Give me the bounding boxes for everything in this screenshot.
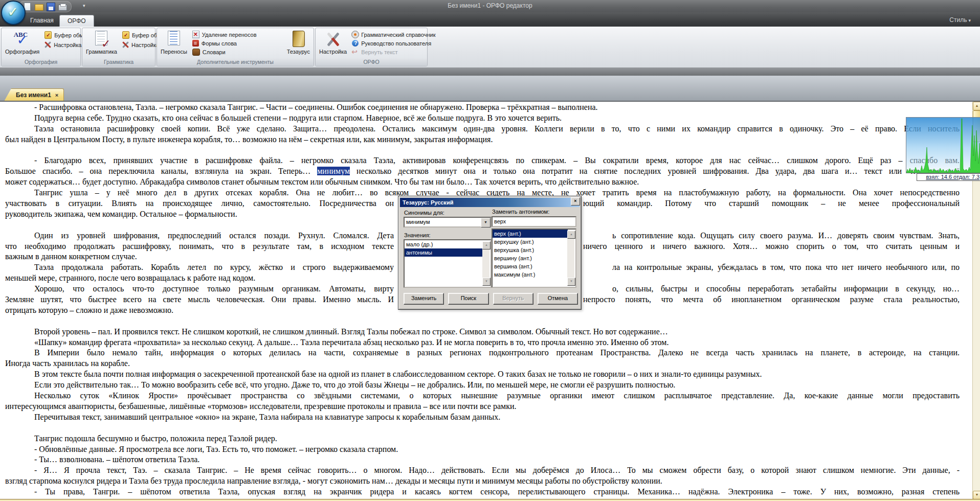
close-tab-icon[interactable]: ×	[55, 89, 58, 101]
undo-arrow-icon: ↩	[351, 48, 359, 56]
document-line: Тангрис подошла бесшумно и быстро, полож…	[0, 434, 973, 444]
open-file-icon[interactable]	[35, 4, 43, 11]
style-dropdown[interactable]: Стиль▾	[949, 16, 971, 24]
user-guide-button[interactable]: Руководство пользователя	[350, 39, 437, 47]
abc-check-icon	[13, 30, 32, 49]
отмена-button[interactable]: Отмена	[538, 293, 578, 305]
group-dop-instrumenty: Переносы Удаление переносов Формы слова …	[157, 28, 314, 66]
поиск-button[interactable]: Поиск	[448, 293, 488, 305]
document-line: может содержаться… будет доступно. Абрак…	[0, 177, 973, 188]
group-caption: ОРФО	[316, 58, 427, 66]
meaning-item[interactable]: антонимы	[405, 248, 483, 257]
text-segment: ь сопротивление кода. Ощущать силу своег…	[583, 231, 960, 241]
remove-hyphens-button[interactable]: Удаление переносов	[190, 31, 284, 38]
group-caption: Грамматика	[82, 58, 155, 66]
network-stats-label: взял: 14.6 отдал: 7.3	[917, 173, 980, 181]
clipboard-check-icon	[122, 31, 129, 39]
document-line: взгляд старпома коснулся ридера и Таэла …	[0, 476, 973, 487]
заменить-button[interactable]: Заменить	[404, 293, 444, 305]
document-line: - Ты права, Тангри. – шёпотом ответила Т…	[0, 487, 973, 497]
close-icon[interactable]: ×	[571, 197, 580, 206]
document-line: Таэла остановила расшифровку своей копии…	[0, 124, 973, 134]
horizontal-scrollbar[interactable]	[0, 499, 980, 501]
orfo-editor-window: Без имени1 - ОРФО редактор ▾ Главная ОРФ…	[0, 0, 980, 501]
document-line: Иногда часть хранилась на корабле.	[0, 358, 973, 369]
text-segment: ничего ценного и ничего важного. Хотя… м…	[583, 241, 960, 252]
thesaurus-button[interactable]: Тезаурус	[285, 29, 312, 57]
document-line: Второй уровень – пал. И проявился текст.…	[0, 327, 973, 337]
antonym-item[interactable]: верх (ант.)	[493, 230, 568, 238]
antonym-item[interactable]: вершину (ант.)	[493, 254, 568, 262]
antonym-item[interactable]: вершина (ант.)	[493, 262, 568, 270]
thesaurus-dialog[interactable]: Тезаурус: Русский × Синонимы для: миниму…	[398, 196, 582, 310]
spelling-button[interactable]: Орфография	[3, 29, 41, 57]
grammar-button[interactable]: Грамматика	[84, 29, 119, 57]
document-line: был найден в Центральном Посту, в пульте…	[0, 134, 973, 145]
dictionaries-button[interactable]: Словари	[190, 48, 284, 56]
meanings-listbox[interactable]: мало (др.)антонимы ▲ ▼	[404, 239, 492, 288]
document-tab[interactable]: Без имени1 ×	[4, 88, 64, 101]
meaning-item[interactable]: мало (др.)	[405, 240, 483, 248]
document-line: - Обновлённые данные. Я просмотрела все …	[0, 444, 973, 455]
orfo-settings-button[interactable]: Настройка	[317, 29, 349, 57]
save-icon[interactable]	[47, 3, 55, 11]
dialog-buttons: ЗаменитьПоискВернутьОтмена	[404, 293, 578, 305]
text-segment: Один из уровней шифрования, предпоследни…	[5, 231, 394, 241]
hyphenation-button[interactable]: Переносы	[159, 29, 189, 57]
group-caption: Дополнительные инструменты	[157, 58, 314, 66]
synonyms-combobox[interactable]: минимум ▼	[404, 217, 492, 227]
network-monitor-widget[interactable]	[906, 117, 980, 173]
document-line: - Ты… взволнована. – шёпотом ответила Та…	[0, 454, 973, 465]
scroll-up-icon[interactable]: ▲	[482, 241, 491, 249]
scroll-down-icon[interactable]: ▼	[482, 278, 491, 286]
blank-line	[0, 316, 973, 327]
document-line: Большое спасибо. – она переключила канал…	[0, 166, 973, 177]
replace-input[interactable]: верх	[492, 216, 576, 227]
qat-customize-arrow-icon[interactable]: ▾	[83, 3, 85, 8]
tab-glavnaya[interactable]: Главная	[23, 15, 61, 27]
scroll-up-icon[interactable]: ▲	[973, 102, 980, 110]
scroll-down-icon[interactable]: ▼	[973, 491, 980, 499]
tab-orfo[interactable]: ОРФО	[59, 15, 94, 27]
вернуть-button[interactable]: Вернуть	[493, 293, 533, 305]
clipboard-check-icon	[44, 31, 52, 39]
word-forms-icon	[192, 40, 199, 47]
list-scrollbar[interactable]: ▲ ▼	[567, 231, 574, 286]
replace-label: Заменить антонимом:	[492, 209, 549, 215]
grammar-reference-button[interactable]: Грамматический справочник	[350, 31, 437, 38]
selected-word: минимум	[317, 167, 350, 175]
text-segment: непросто понять, что мечта об инопланетн…	[583, 294, 960, 305]
document-tab-strip: Без имени1 ×	[0, 76, 980, 102]
text-segment: Хорошо, что осталось что-то доступное то…	[5, 284, 394, 294]
synonyms-label: Синонимы для:	[404, 210, 444, 216]
text-segment: ла на контрольные экраны, убеждалась в т…	[583, 262, 960, 273]
list-scrollbar[interactable]: ▲ ▼	[482, 241, 489, 286]
crossed-tools-icon	[324, 30, 342, 49]
print-icon[interactable]	[58, 5, 67, 11]
antonym-item[interactable]: максимум (ант.)	[493, 270, 568, 279]
word-forms-button[interactable]: Формы слова	[190, 39, 284, 47]
antonym-item[interactable]: верхушку (ант.)	[493, 238, 568, 246]
title-bar: Без имени1 - ОРФО редактор ▾	[0, 0, 980, 12]
restore-text-button[interactable]: ↩ Вернуть текст	[350, 48, 437, 56]
scroll-down-icon[interactable]: ▼	[567, 278, 575, 286]
dialog-title-bar[interactable]: Тезаурус: Русский	[400, 198, 580, 207]
text-segment: ющий командир. Потому что старший помощн…	[583, 198, 960, 209]
tools-icon	[44, 41, 52, 49]
book-icon	[289, 30, 307, 49]
antonym-item[interactable]: верхушка (ант.)	[493, 246, 568, 254]
text-segment: несколько десятков минут она и только он…	[350, 167, 960, 175]
text-segment: о, сильны, быстры и способны переработат…	[583, 284, 960, 294]
ribbon: Орфография Буфер обмена Настройка ▾ Орфо…	[0, 27, 980, 67]
dialog-title: Тезаурус: Русский	[403, 199, 453, 206]
application-orb-button[interactable]	[1, 1, 26, 25]
document-line: «Шапку» командир фрегата «прохватила» за…	[0, 337, 973, 348]
scroll-up-icon[interactable]: ▲	[567, 231, 575, 239]
meanings-label: Значения:	[404, 232, 431, 238]
traffic-graph	[906, 118, 980, 173]
group-orfo: Настройка Грамматический справочник Руко…	[315, 28, 428, 66]
antonyms-listbox[interactable]: верх (ант.)верхушку (ант.)верхушка (ант.…	[492, 229, 576, 288]
document-lines-icon	[165, 30, 183, 49]
document-line: интересующимся авантюристы, безбашенные,…	[0, 401, 973, 412]
combo-dropdown-icon[interactable]: ▼	[481, 218, 491, 227]
